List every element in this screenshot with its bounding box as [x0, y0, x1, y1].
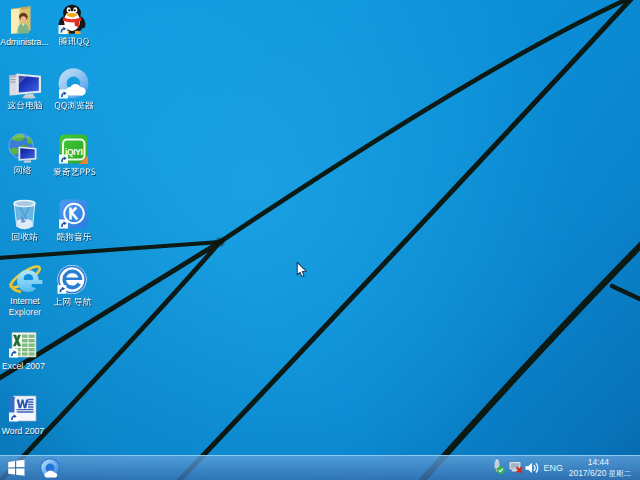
- svg-text:2017/6/20: 2017/6/20: [569, 468, 607, 478]
- svg-text:Excel 2007: Excel 2007: [2, 361, 45, 371]
- svg-text:Word 2007: Word 2007: [2, 426, 45, 436]
- svg-text:Explorer: Explorer: [9, 307, 41, 317]
- svg-text:Internet: Internet: [10, 296, 40, 306]
- svg-text:ENG: ENG: [544, 463, 564, 473]
- svg-text:14:44: 14:44: [588, 457, 610, 467]
- svg-text:Administra...: Administra...: [0, 37, 48, 47]
